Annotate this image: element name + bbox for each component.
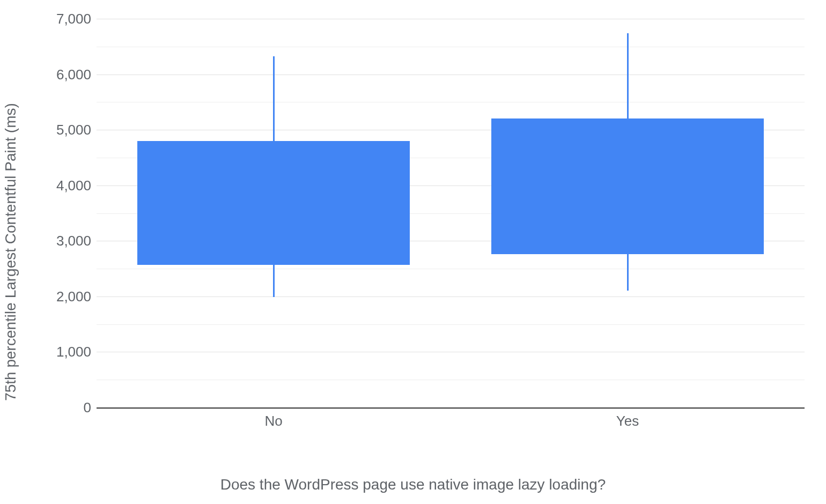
box <box>137 141 410 265</box>
gridline-minor <box>97 380 805 380</box>
x-tick-label: No <box>264 413 282 429</box>
gridline-major <box>97 297 805 297</box>
gridline-minor <box>97 47 805 47</box>
x-tick-label: Yes <box>616 413 639 429</box>
gridline-major <box>97 352 805 352</box>
y-tick-label: 2,000 <box>27 288 91 305</box>
gridline-minor <box>97 324 805 325</box>
y-tick-label: 7,000 <box>27 11 91 27</box>
y-axis-label: 75th percentile Largest Contentful Paint… <box>2 103 19 401</box>
boxplot-chart: 75th percentile Largest Contentful Paint… <box>0 0 826 504</box>
plot-area: 01,0002,0003,0004,0005,0006,0007,000NoYe… <box>97 19 805 407</box>
y-tick-label: 1,000 <box>27 344 91 360</box>
gridline-minor <box>97 269 805 269</box>
x-axis-line <box>97 407 805 409</box>
gridline-minor <box>97 102 805 102</box>
y-tick-label: 4,000 <box>27 177 91 194</box>
whisker-lower <box>273 265 275 297</box>
box <box>491 118 764 254</box>
gridline-major <box>97 19 805 19</box>
whisker-upper <box>627 33 629 119</box>
whisker-lower <box>627 254 629 291</box>
whisker-upper <box>273 56 275 140</box>
gridline-major <box>97 75 805 75</box>
y-tick-label: 5,000 <box>27 122 91 138</box>
y-tick-label: 6,000 <box>27 66 91 83</box>
y-tick-label: 0 <box>27 399 91 416</box>
x-axis-label: Does the WordPress page use native image… <box>220 476 606 493</box>
y-tick-label: 3,000 <box>27 233 91 249</box>
